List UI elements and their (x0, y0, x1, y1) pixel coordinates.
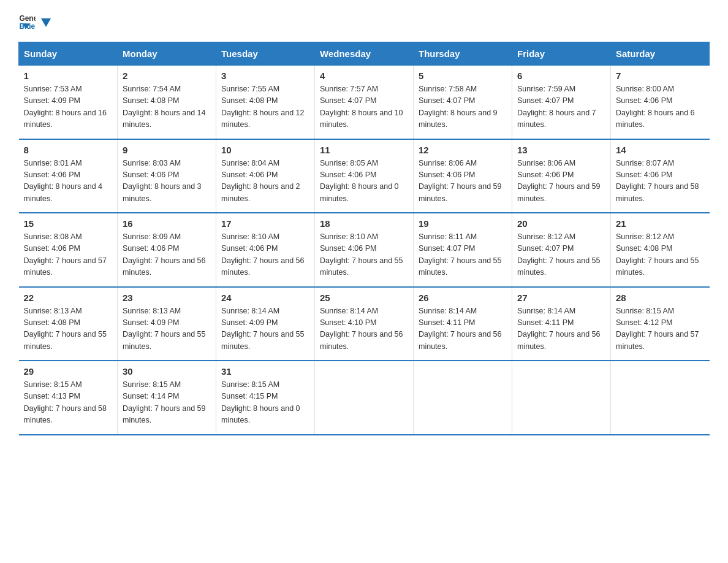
svg-text:Blue: Blue (19, 22, 35, 29)
day-number: 3 (221, 71, 309, 81)
day-info: Sunrise: 8:06 AM Sunset: 4:06 PM Dayligh… (517, 158, 605, 205)
day-info: Sunrise: 8:14 AM Sunset: 4:10 PM Dayligh… (320, 305, 408, 353)
day-info: Sunrise: 8:06 AM Sunset: 4:06 PM Dayligh… (419, 158, 507, 205)
day-number: 25 (320, 293, 408, 303)
day-number: 26 (419, 293, 507, 303)
day-number: 22 (24, 293, 113, 303)
day-info: Sunrise: 7:55 AM Sunset: 4:08 PM Dayligh… (221, 83, 309, 131)
calendar-cell: 3 Sunrise: 7:55 AM Sunset: 4:08 PM Dayli… (216, 66, 315, 139)
day-info: Sunrise: 8:01 AM Sunset: 4:06 PM Dayligh… (24, 158, 113, 205)
day-number: 15 (24, 218, 113, 229)
day-info: Sunrise: 7:53 AM Sunset: 4:09 PM Dayligh… (24, 83, 113, 131)
day-info: Sunrise: 8:12 AM Sunset: 4:07 PM Dayligh… (517, 231, 605, 279)
calendar-week-row: 15 Sunrise: 8:08 AM Sunset: 4:06 PM Dayl… (19, 213, 710, 287)
page-header: General Blue (18, 12, 710, 29)
calendar-cell: 27 Sunrise: 8:14 AM Sunset: 4:11 PM Dayl… (512, 287, 611, 361)
day-info: Sunrise: 8:12 AM Sunset: 4:08 PM Dayligh… (616, 231, 705, 279)
calendar-cell: 14 Sunrise: 8:07 AM Sunset: 4:06 PM Dayl… (611, 139, 710, 213)
calendar-cell (315, 361, 414, 435)
day-info: Sunrise: 8:04 AM Sunset: 4:06 PM Dayligh… (221, 158, 309, 205)
calendar-cell: 17 Sunrise: 8:10 AM Sunset: 4:06 PM Dayl… (216, 213, 315, 287)
calendar-cell (512, 361, 611, 435)
day-number: 21 (616, 218, 705, 229)
day-number: 31 (221, 366, 309, 377)
day-number: 20 (517, 218, 605, 229)
calendar-cell: 2 Sunrise: 7:54 AM Sunset: 4:08 PM Dayli… (118, 66, 216, 139)
day-number: 23 (123, 293, 211, 303)
day-number: 9 (123, 145, 211, 155)
day-number: 24 (221, 293, 309, 303)
day-info: Sunrise: 8:15 AM Sunset: 4:12 PM Dayligh… (616, 305, 705, 353)
calendar-week-row: 22 Sunrise: 8:13 AM Sunset: 4:08 PM Dayl… (19, 287, 710, 361)
day-number: 29 (24, 366, 113, 377)
day-number: 18 (320, 218, 408, 229)
day-info: Sunrise: 8:10 AM Sunset: 4:06 PM Dayligh… (320, 231, 408, 279)
calendar-cell: 12 Sunrise: 8:06 AM Sunset: 4:06 PM Dayl… (414, 139, 512, 213)
day-info: Sunrise: 8:13 AM Sunset: 4:08 PM Dayligh… (24, 305, 113, 353)
day-header-wednesday: Wednesday (315, 42, 414, 66)
calendar-cell: 28 Sunrise: 8:15 AM Sunset: 4:12 PM Dayl… (611, 287, 710, 361)
calendar-cell: 18 Sunrise: 8:10 AM Sunset: 4:06 PM Dayl… (315, 213, 414, 287)
svg-marker-3 (41, 18, 51, 27)
calendar-cell: 8 Sunrise: 8:01 AM Sunset: 4:06 PM Dayli… (19, 139, 118, 213)
day-number: 16 (123, 218, 211, 229)
calendar-header-row: SundayMondayTuesdayWednesdayThursdayFrid… (19, 42, 710, 66)
calendar-week-row: 29 Sunrise: 8:15 AM Sunset: 4:13 PM Dayl… (19, 361, 710, 435)
calendar-cell: 24 Sunrise: 8:14 AM Sunset: 4:09 PM Dayl… (216, 287, 315, 361)
day-number: 11 (320, 145, 408, 155)
calendar-cell: 16 Sunrise: 8:09 AM Sunset: 4:06 PM Dayl… (118, 213, 216, 287)
calendar-cell: 4 Sunrise: 7:57 AM Sunset: 4:07 PM Dayli… (315, 66, 414, 139)
calendar-cell: 26 Sunrise: 8:14 AM Sunset: 4:11 PM Dayl… (414, 287, 512, 361)
day-number: 30 (123, 366, 211, 377)
calendar-cell: 29 Sunrise: 8:15 AM Sunset: 4:13 PM Dayl… (19, 361, 118, 435)
calendar-cell: 31 Sunrise: 8:15 AM Sunset: 4:15 PM Dayl… (216, 361, 315, 435)
calendar-table: SundayMondayTuesdayWednesdayThursdayFrid… (18, 42, 710, 435)
day-info: Sunrise: 8:14 AM Sunset: 4:11 PM Dayligh… (419, 305, 507, 353)
day-number: 10 (221, 145, 309, 155)
logo-icon: General Blue (18, 12, 36, 29)
calendar-cell: 1 Sunrise: 7:53 AM Sunset: 4:09 PM Dayli… (19, 66, 118, 139)
day-info: Sunrise: 7:59 AM Sunset: 4:07 PM Dayligh… (517, 83, 605, 131)
calendar-cell: 5 Sunrise: 7:58 AM Sunset: 4:07 PM Dayli… (414, 66, 512, 139)
calendar-cell: 10 Sunrise: 8:04 AM Sunset: 4:06 PM Dayl… (216, 139, 315, 213)
calendar-cell: 9 Sunrise: 8:03 AM Sunset: 4:06 PM Dayli… (118, 139, 216, 213)
logo-triangle-icon (39, 16, 53, 29)
calendar-cell: 30 Sunrise: 8:15 AM Sunset: 4:14 PM Dayl… (118, 361, 216, 435)
calendar-cell: 25 Sunrise: 8:14 AM Sunset: 4:10 PM Dayl… (315, 287, 414, 361)
calendar-cell (611, 361, 710, 435)
day-header-sunday: Sunday (19, 42, 118, 66)
calendar-cell: 11 Sunrise: 8:05 AM Sunset: 4:06 PM Dayl… (315, 139, 414, 213)
day-number: 7 (616, 71, 705, 81)
day-info: Sunrise: 7:58 AM Sunset: 4:07 PM Dayligh… (419, 83, 507, 131)
day-info: Sunrise: 8:03 AM Sunset: 4:06 PM Dayligh… (123, 158, 211, 205)
calendar-cell: 7 Sunrise: 8:00 AM Sunset: 4:06 PM Dayli… (611, 66, 710, 139)
day-info: Sunrise: 8:00 AM Sunset: 4:06 PM Dayligh… (616, 83, 705, 131)
day-header-thursday: Thursday (414, 42, 512, 66)
day-info: Sunrise: 8:08 AM Sunset: 4:06 PM Dayligh… (24, 231, 113, 279)
day-number: 4 (320, 71, 408, 81)
day-number: 27 (517, 293, 605, 303)
day-number: 8 (24, 145, 113, 155)
day-number: 17 (221, 218, 309, 229)
day-number: 12 (419, 145, 507, 155)
day-info: Sunrise: 8:14 AM Sunset: 4:09 PM Dayligh… (221, 305, 309, 353)
logo: General Blue (18, 12, 53, 29)
calendar-cell: 13 Sunrise: 8:06 AM Sunset: 4:06 PM Dayl… (512, 139, 611, 213)
calendar-cell: 19 Sunrise: 8:11 AM Sunset: 4:07 PM Dayl… (414, 213, 512, 287)
day-number: 19 (419, 218, 507, 229)
day-info: Sunrise: 8:15 AM Sunset: 4:15 PM Dayligh… (221, 379, 309, 427)
day-info: Sunrise: 8:07 AM Sunset: 4:06 PM Dayligh… (616, 158, 705, 205)
calendar-week-row: 8 Sunrise: 8:01 AM Sunset: 4:06 PM Dayli… (19, 139, 710, 213)
day-number: 1 (24, 71, 113, 81)
calendar-cell: 15 Sunrise: 8:08 AM Sunset: 4:06 PM Dayl… (19, 213, 118, 287)
day-info: Sunrise: 8:10 AM Sunset: 4:06 PM Dayligh… (221, 231, 309, 279)
svg-text:General: General (19, 14, 36, 23)
day-info: Sunrise: 7:54 AM Sunset: 4:08 PM Dayligh… (123, 83, 211, 131)
day-info: Sunrise: 7:57 AM Sunset: 4:07 PM Dayligh… (320, 83, 408, 131)
day-number: 14 (616, 145, 705, 155)
day-info: Sunrise: 8:14 AM Sunset: 4:11 PM Dayligh… (517, 305, 605, 353)
day-info: Sunrise: 8:15 AM Sunset: 4:14 PM Dayligh… (123, 379, 211, 427)
day-number: 28 (616, 293, 705, 303)
day-header-friday: Friday (512, 42, 611, 66)
day-info: Sunrise: 8:13 AM Sunset: 4:09 PM Dayligh… (123, 305, 211, 353)
